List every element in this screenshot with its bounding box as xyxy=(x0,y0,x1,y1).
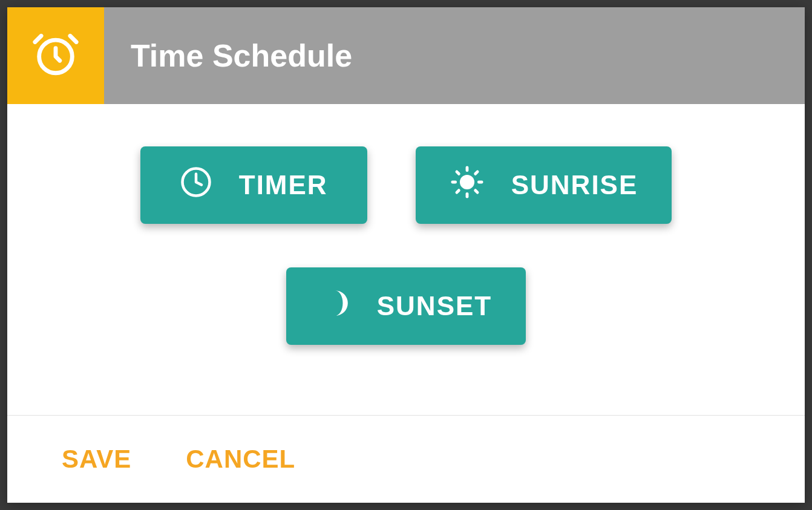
sun-icon xyxy=(450,165,485,206)
timer-button[interactable]: TIMER xyxy=(140,146,367,224)
moon-icon xyxy=(320,288,350,324)
clock-icon xyxy=(180,166,212,204)
alarm-clock-icon xyxy=(31,30,80,82)
svg-line-5 xyxy=(457,172,459,174)
sunset-button[interactable]: SUNSET xyxy=(286,267,526,345)
dialog-title: Time Schedule xyxy=(104,7,352,104)
dialog-footer: SAVE CANCEL xyxy=(7,415,805,503)
save-button[interactable]: SAVE xyxy=(62,445,131,474)
sunrise-button[interactable]: SUNRISE xyxy=(416,146,672,224)
svg-line-9 xyxy=(457,191,459,192)
svg-line-6 xyxy=(475,191,477,192)
timer-label: TIMER xyxy=(239,170,328,200)
sunset-label: SUNSET xyxy=(377,291,492,321)
sunrise-label: SUNRISE xyxy=(511,170,638,200)
time-schedule-dialog: Time Schedule TIMER xyxy=(7,7,805,503)
cancel-button[interactable]: CANCEL xyxy=(186,445,295,474)
dialog-header: Time Schedule xyxy=(7,7,805,104)
options-area: TIMER SUNRISE xyxy=(7,104,805,415)
svg-line-10 xyxy=(475,172,477,174)
svg-point-2 xyxy=(461,176,473,188)
header-icon-container xyxy=(7,7,104,104)
